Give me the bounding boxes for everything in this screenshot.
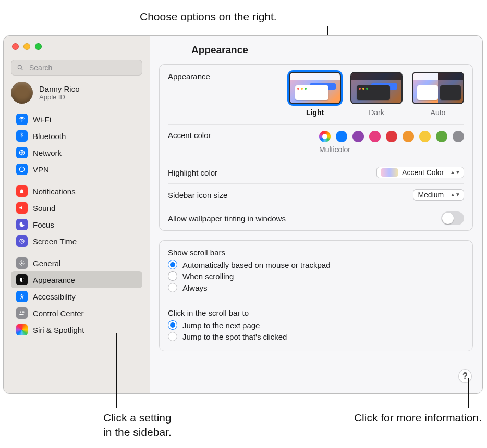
accent-multicolor[interactable] <box>319 131 331 142</box>
radio-label: Jump to the next page <box>182 321 260 330</box>
radio-label: When scrolling <box>182 272 234 281</box>
sidebar-item-wifi[interactable]: Wi-Fi <box>11 111 142 128</box>
callout-sidebar-line1: Click a setting <box>103 412 172 424</box>
radio-label: Jump to the spot that's clicked <box>182 332 287 341</box>
wallpaper-tint-toggle[interactable] <box>441 211 464 225</box>
window-controls <box>12 43 42 50</box>
sidebar-item-control-center[interactable]: Control Center <box>11 305 142 321</box>
sidebar-icon-size-label: Sidebar icon size <box>168 191 227 200</box>
highlight-color-select[interactable]: Accent Color ▲▼ <box>376 167 464 178</box>
page-title: Appearance <box>191 44 248 56</box>
svg-rect-10 <box>22 312 25 313</box>
sidebar-item-network[interactable]: Network <box>11 144 142 161</box>
focus-icon <box>16 219 28 230</box>
user-subtitle: Apple ID <box>39 93 80 101</box>
accent-red[interactable] <box>386 131 397 142</box>
bluetooth-icon <box>16 130 28 142</box>
user-name: Danny Rico <box>39 84 80 93</box>
system-settings-window: Danny Rico Apple ID Wi-Fi Bluetooth Netw… <box>3 35 483 394</box>
radio-button[interactable] <box>168 271 177 281</box>
accent-pink[interactable] <box>369 131 381 142</box>
scroll-option-always[interactable]: Always <box>168 283 464 292</box>
sidebar-item-accessibility[interactable]: Accessibility <box>11 288 142 305</box>
appearance-card: Appearance Light Dark <box>159 64 473 231</box>
svg-point-4 <box>19 167 24 171</box>
sidebar-item-label: General <box>33 259 60 268</box>
callout-top: Choose options on the right. <box>140 10 277 22</box>
scroll-bars-card: Show scroll bars Automatically based on … <box>159 240 473 351</box>
minimize-window-button[interactable] <box>23 43 30 50</box>
close-window-button[interactable] <box>12 43 19 50</box>
callout-help: Click for more information. <box>354 412 482 424</box>
content-pane: Appearance Appearance Light Dark <box>150 36 482 393</box>
control-center-icon <box>16 307 28 319</box>
help-button[interactable]: ? <box>458 369 472 383</box>
accent-green[interactable] <box>436 131 447 142</box>
accent-color-swatches <box>319 131 464 142</box>
radio-label: Automatically based on mouse or trackpad <box>182 260 330 269</box>
search-input[interactable] <box>28 63 137 72</box>
bell-icon <box>16 185 28 197</box>
mode-caption: Light <box>289 108 341 117</box>
click-scroll-next-page[interactable]: Jump to the next page <box>168 320 464 330</box>
mode-caption: Auto <box>412 108 464 117</box>
svg-rect-12 <box>19 314 22 315</box>
sidebar: Danny Rico Apple ID Wi-Fi Bluetooth Netw… <box>4 36 150 393</box>
wallpaper-tint-label: Allow wallpaper tinting in windows <box>168 214 286 223</box>
sidebar-item-bluetooth[interactable]: Bluetooth <box>11 128 142 144</box>
vpn-icon <box>16 164 28 175</box>
appearance-mode-auto[interactable]: Auto <box>412 72 464 117</box>
sidebar-icon-size-select[interactable]: Medium ▲▼ <box>413 189 464 201</box>
sidebar-item-siri-spotlight[interactable]: Siri & Spotlight <box>11 321 142 338</box>
scroll-bars-heading: Show scroll bars <box>168 248 464 257</box>
sidebar-item-notifications[interactable]: Notifications <box>11 183 142 200</box>
sidebar-item-label: Control Center <box>33 309 84 318</box>
sidebar-item-label: Network <box>33 148 62 157</box>
sidebar-item-label: Appearance <box>33 276 75 284</box>
updown-icon: ▲▼ <box>450 193 460 196</box>
svg-point-11 <box>22 314 23 315</box>
radio-button[interactable] <box>168 260 177 269</box>
search-field[interactable] <box>11 60 142 76</box>
accent-purple[interactable] <box>352 131 364 142</box>
apple-id-row[interactable]: Danny Rico Apple ID <box>11 82 142 104</box>
sidebar-item-appearance[interactable]: Appearance <box>11 271 142 288</box>
nav-back-button[interactable] <box>159 44 171 56</box>
accent-color-label: Accent color <box>168 131 211 140</box>
sidebar-item-label: Wi-Fi <box>33 115 51 124</box>
screen-time-icon <box>16 235 28 247</box>
zoom-window-button[interactable] <box>35 43 42 50</box>
accent-orange[interactable] <box>403 131 414 142</box>
svg-point-8 <box>21 294 22 295</box>
sidebar-item-screen-time[interactable]: Screen Time <box>11 233 142 250</box>
gear-icon <box>16 257 28 269</box>
updown-icon: ▲▼ <box>450 171 460 174</box>
radio-button[interactable] <box>168 320 177 330</box>
accent-yellow[interactable] <box>419 131 431 142</box>
scroll-option-when-scrolling[interactable]: When scrolling <box>168 271 464 281</box>
sidebar-item-sound[interactable]: Sound <box>11 200 142 216</box>
accessibility-icon <box>16 291 28 302</box>
sidebar-item-vpn[interactable]: VPN <box>11 161 142 178</box>
radio-button[interactable] <box>168 283 177 292</box>
highlight-color-label: Highlight color <box>168 168 217 177</box>
accent-selected-label: Multicolor <box>319 145 464 154</box>
appearance-mode-light[interactable]: Light <box>289 72 341 117</box>
sidebar-item-general[interactable]: General <box>11 255 142 271</box>
sidebar-item-focus[interactable]: Focus <box>11 216 142 233</box>
radio-button[interactable] <box>168 332 177 341</box>
accent-blue[interactable] <box>336 131 347 142</box>
click-scroll-jump-spot[interactable]: Jump to the spot that's clicked <box>168 332 464 341</box>
accent-graphite[interactable] <box>453 131 464 142</box>
search-icon <box>17 64 24 71</box>
highlight-color-value: Accent Color <box>402 168 444 177</box>
svg-line-1 <box>21 69 23 70</box>
siri-icon <box>16 324 28 335</box>
sidebar-item-label: VPN <box>33 165 49 174</box>
sidebar-item-label: Bluetooth <box>33 132 66 141</box>
wifi-icon <box>16 114 28 125</box>
appearance-mode-dark[interactable]: Dark <box>350 72 403 117</box>
mode-caption: Dark <box>350 108 403 117</box>
scroll-option-auto[interactable]: Automatically based on mouse or trackpad <box>168 260 464 269</box>
nav-forward-button[interactable] <box>174 44 185 56</box>
